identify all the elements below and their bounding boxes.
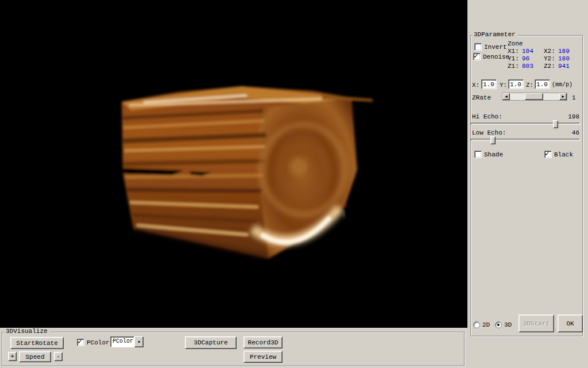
zrate-scroll-thumb[interactable] [525,93,543,100]
mode-3d-radio-label: 3D [504,321,512,328]
zone-z1-label: Z1: [508,63,522,70]
visualize-group-title: 3DVisualize [4,328,49,335]
scale-unit-label: (mm/p) [552,82,572,89]
black-checkbox-label: Black [554,151,573,158]
mode-2d-radio-label: 2D [482,321,490,328]
shade-checkbox[interactable]: ✓ Shade [474,151,503,158]
check-icon: ✓ [545,149,550,158]
zrate-label: ZRate [472,94,491,101]
zrate-scroll-right-icon[interactable]: ▶ [559,93,567,100]
scale-z-label: Z: [526,82,533,89]
mode-3d-radio-circle[interactable] [495,321,502,328]
check-icon: ✓ [78,337,82,346]
low-echo-value: 46 [536,129,579,136]
low-echo-label: Low Echo: [472,129,506,136]
speed-button[interactable]: Speed [19,351,51,362]
zone-y1-value: 96 [522,55,544,62]
denoise-checkbox-box[interactable]: ✓ [473,53,481,60]
zone-y1-label: Y1: [508,55,522,62]
record-3d-button[interactable]: Record3D [243,336,283,348]
start3d-button[interactable]: 3DStart [519,315,554,332]
scale-x-input[interactable] [481,79,497,89]
scale-y-label: Y: [500,82,507,89]
scale-z-input[interactable] [535,79,550,89]
mode-2d-radio-circle[interactable] [473,321,480,328]
invert-checkbox-box[interactable]: ✓ [474,43,482,51]
hi-echo-value: 198 [536,113,579,120]
visualize-bar: 3DVisualize StartRotate + Speed - ✓ PCol… [0,328,467,368]
mode-3d-radio[interactable]: 3D [495,321,512,328]
zone-y2-value: 180 [558,55,578,62]
zrate-value: 1 [572,94,576,101]
zone-x1-label: X1: [508,48,522,55]
pcolor-checkbox-box[interactable]: ✓ [77,339,84,346]
zone-x2-label: X2: [544,48,558,55]
zrate-scroll-left-icon[interactable]: ◀ [502,93,510,100]
zone-values: X1: 104 X2: 189 Y1: 96 Y2: 180 Z1: 803 Z… [508,48,582,70]
scale-y-input[interactable] [508,79,524,89]
ok-button[interactable]: OK [558,315,583,332]
scale-x-label: X: [472,82,479,89]
preview-button[interactable]: Preview [243,351,283,363]
pcolor-dropdown[interactable]: PColor ▼ [110,336,144,347]
pcolor-checkbox-label: PColor [87,339,110,346]
start-rotate-button[interactable]: StartRotate [10,337,64,349]
parameter-group-title: 3DParameter [472,32,517,38]
parameter-panel: 3DParameter ✓ Invert ✓ Denoise Zone X1: … [467,0,588,368]
hi-echo-slider-thumb[interactable] [553,120,558,128]
speed-plus-button[interactable]: + [8,352,17,361]
invert-checkbox[interactable]: ✓ Invert [474,43,507,51]
invert-checkbox-label: Invert [484,44,507,51]
zrate-scrollbar[interactable]: ◀ ▶ [502,93,567,101]
viewport-3d[interactable] [0,0,467,328]
shade-checkbox-box[interactable]: ✓ [474,151,482,158]
zone-z2-label: Z2: [544,63,558,70]
zone-z1-value: 803 [522,63,544,70]
black-checkbox[interactable]: ✓ Black [544,151,573,158]
shade-checkbox-label: Shade [484,151,503,158]
check-icon: ✓ [474,51,478,60]
hi-echo-label: Hi Echo: [472,113,502,120]
volume-render-3d [0,0,467,328]
zone-title: Zone [508,40,523,47]
zrate-scroll-track[interactable] [510,93,559,100]
pcolor-dropdown-value: PColor [110,336,134,347]
speed-minus-button[interactable]: - [54,352,63,361]
denoise-checkbox[interactable]: ✓ Denoise [473,53,509,60]
app-window: { "colors": { "panel": "#d4d0c8", "value… [0,0,588,368]
capture-3d-button[interactable]: 3DCapture [185,336,237,349]
low-echo-slider-thumb[interactable] [490,136,496,144]
low-echo-slider[interactable] [471,139,580,141]
mode-2d-radio[interactable]: 2D [473,321,490,328]
radio-dot-icon [497,324,500,326]
chevron-down-icon[interactable]: ▼ [134,336,144,347]
pcolor-checkbox[interactable]: ✓ PColor [77,339,110,346]
zone-x2-value: 189 [558,48,578,55]
denoise-checkbox-label: Denoise [483,53,509,60]
zone-x1-value: 104 [522,48,544,55]
zone-y2-label: Y2: [544,55,558,62]
hi-echo-slider[interactable] [471,122,580,125]
black-checkbox-box[interactable]: ✓ [544,151,552,158]
zone-z2-value: 941 [558,63,578,70]
